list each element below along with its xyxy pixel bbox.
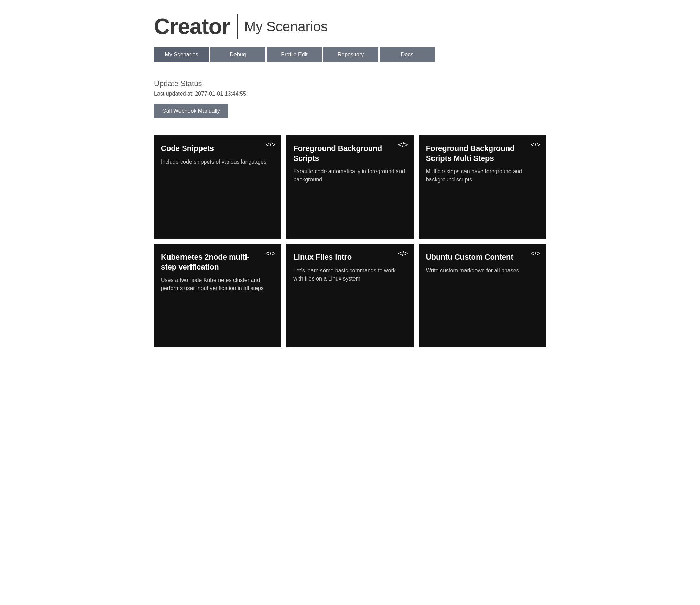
tab-my-scenarios[interactable]: My Scenarios xyxy=(154,47,209,62)
scenario-card[interactable]: </>Kubernetes 2node multi-step verificat… xyxy=(154,244,281,347)
code-icon: </> xyxy=(265,250,275,257)
nav-tabs: My Scenarios Debug Profile Edit Reposito… xyxy=(154,47,546,62)
scenario-description: Write custom markdown for all phases xyxy=(426,266,539,275)
scenario-card[interactable]: </>Linux Files IntroLet's learn some bas… xyxy=(286,244,413,347)
scenario-title: Foreground Background Scripts xyxy=(293,144,406,163)
page-title: My Scenarios xyxy=(244,19,328,34)
scenario-description: Let's learn some basic commands to work … xyxy=(293,266,406,283)
scenario-description: Execute code automatically in foreground… xyxy=(293,167,406,184)
tab-repository[interactable]: Repository xyxy=(323,47,378,62)
tab-debug[interactable]: Debug xyxy=(210,47,265,62)
last-updated-label: Last updated at: 2077-01-01 13:44:55 xyxy=(154,91,546,97)
scenario-title: Linux Files Intro xyxy=(293,252,406,262)
tab-docs[interactable]: Docs xyxy=(380,47,435,62)
scenario-card[interactable]: </>Code SnippetsInclude code snippets of… xyxy=(154,135,281,239)
tab-profile-edit[interactable]: Profile Edit xyxy=(267,47,322,62)
scenario-title: Code Snippets xyxy=(161,144,274,154)
code-icon: </> xyxy=(398,250,408,257)
update-status-title: Update Status xyxy=(154,79,546,88)
scenario-title: Kubernetes 2node multi-step verification xyxy=(161,252,274,272)
header-divider xyxy=(237,14,238,38)
scenario-title: Foreground Background Scripts Multi Step… xyxy=(426,144,539,163)
page-header: Creator My Scenarios xyxy=(154,14,546,39)
scenario-card[interactable]: </>Foreground Background Scripts Multi S… xyxy=(419,135,546,239)
creator-label: Creator xyxy=(154,14,230,39)
code-icon: </> xyxy=(265,141,275,149)
scenario-title: Ubuntu Custom Content xyxy=(426,252,539,262)
code-icon: </> xyxy=(531,141,540,149)
page-wrapper: Creator My Scenarios My Scenarios Debug … xyxy=(144,0,556,361)
scenario-description: Include code snippets of various languag… xyxy=(161,158,274,166)
scenario-description: Uses a two node Kubernetes cluster and p… xyxy=(161,276,274,293)
scenarios-grid: </>Code SnippetsInclude code snippets of… xyxy=(154,135,546,347)
update-status-section: Update Status Last updated at: 2077-01-0… xyxy=(154,79,546,118)
scenario-description: Multiple steps can have foreground and b… xyxy=(426,167,539,184)
scenario-card[interactable]: </>Ubuntu Custom ContentWrite custom mar… xyxy=(419,244,546,347)
code-icon: </> xyxy=(398,141,408,149)
code-icon: </> xyxy=(531,250,540,257)
scenario-card[interactable]: </>Foreground Background ScriptsExecute … xyxy=(286,135,413,239)
call-webhook-button[interactable]: Call Webhook Manually xyxy=(154,104,228,118)
